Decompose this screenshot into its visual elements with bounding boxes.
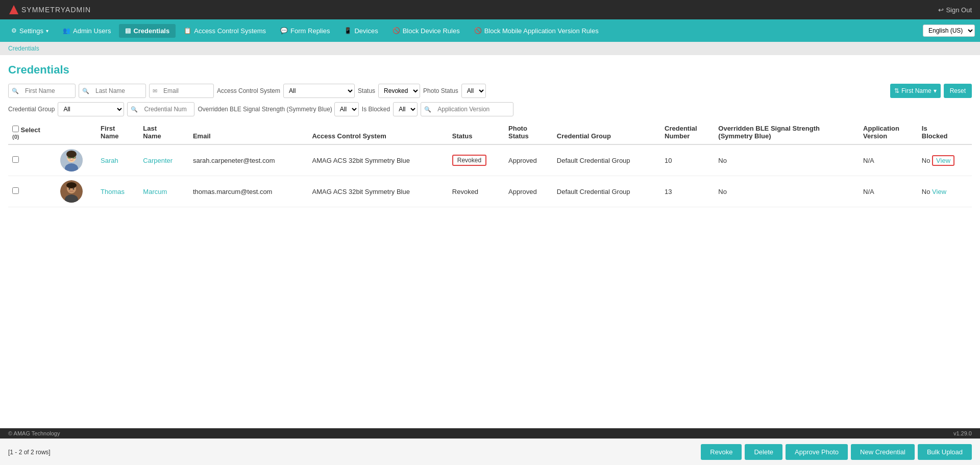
is-blocked-cell: No View [918,144,972,176]
search-icon-4: 🔍 [424,106,431,113]
email-input[interactable] [159,85,210,96]
last-name-input[interactable] [91,85,142,96]
row-checkbox-1[interactable] [12,187,19,194]
col-photo-status: PhotoStatus [504,120,553,144]
credential-number-input[interactable] [140,104,191,115]
photo-status-filter-label: Photo Status [423,87,458,94]
col-credential-group: Credential Group [553,120,660,144]
col-is-blocked: IsBlocked [918,120,972,144]
table-row: Sarah Carpenter sarah.carpeneter@test.co… [8,144,972,176]
row-checkbox-0[interactable] [12,156,19,163]
table-row: Thomas Marcum thomas.marcum@test.com AMA… [8,176,972,207]
col-credential-number: CredentialNumber [660,120,714,144]
app-version-input[interactable] [433,104,510,115]
nav-access-control[interactable]: 📋 Access Control Systems [178,24,272,38]
delete-button[interactable]: Delete [745,444,782,454]
svg-marker-0 [9,5,18,14]
ble-signal-cell: No [714,144,859,176]
nav-settings[interactable]: ⚙ Settings ▾ [5,24,55,38]
chevron-sort-icon: ▾ [934,87,937,94]
nav-block-mobile[interactable]: 🚫 Block Mobile Application Version Rules [468,24,605,38]
select-cell [8,176,56,207]
search-icon-2: 🔍 [82,88,89,94]
email-cell: thomas.marcum@test.com [189,176,308,207]
first-name-input[interactable] [21,85,72,96]
block-mobile-icon: 🚫 [474,27,482,34]
ble-signal-filter: Overridden BLE Signal Strength (Symmetry… [198,102,358,116]
last-name-cell: Carpenter [139,144,189,176]
select-cell [8,144,56,176]
filter-row-2: Credential Group All 🔍 Overridden BLE Si… [8,102,972,116]
nav-credentials[interactable]: ▤ Credentials [119,24,176,38]
nav-devices[interactable]: 📱 Devices [338,24,384,38]
app-version-filter: 🔍 [421,102,513,116]
is-blocked-select[interactable]: All [393,102,418,116]
search-icon: 🔍 [12,88,19,94]
bottom-bar: [1 - 2 of 2 rows] Revoke Delete Approve … [0,438,980,454]
ble-signal-select[interactable]: All [334,102,359,116]
credential-group-cell: Default Credential Group [553,176,660,207]
rows-info: [1 - 2 of 2 rows] [8,449,51,454]
status-badge: Revoked [452,155,486,166]
breadcrumb[interactable]: Credentials [0,42,980,55]
credential-group-select[interactable]: All [58,102,124,116]
language-select[interactable]: English (US) [923,25,975,37]
status-select[interactable]: Revoked [378,84,420,98]
bulk-upload-button[interactable]: Bulk Upload [918,444,972,454]
approve-photo-button[interactable]: Approve Photo [786,444,848,454]
view-link[interactable]: View [932,188,946,195]
sort-icon: ⇅ [894,87,899,94]
nav-admin-users[interactable]: 👥 Admin Users [57,24,117,38]
col-acs: Access Control System [308,120,448,144]
sign-out-button[interactable]: ↩ Sign Out [938,6,972,14]
reset-button[interactable]: Reset [944,84,972,98]
is-blocked-label: Is Blocked [362,106,390,113]
search-icon-3: 🔍 [131,106,138,113]
photo-status-cell: Approved [504,144,553,176]
nav-form-replies[interactable]: 💬 Form Replies [274,24,336,38]
revoke-button[interactable]: Revoke [701,444,742,454]
credential-group-label: Credential Group [8,106,55,113]
status-filter-label: Status [358,87,375,94]
status-cell: Revoked [448,176,504,207]
avatar-cell [56,144,96,176]
last-name-filter: 🔍 [79,84,146,98]
svg-point-15 [66,182,77,188]
ble-signal-label: Overridden BLE Signal Strength (Symmetry… [198,106,332,113]
credentials-icon: ▤ [125,27,131,34]
acs-select[interactable]: All [283,84,355,98]
version: v1.29.0 [953,430,972,436]
col-select: Select (0) [8,120,56,144]
devices-icon: 📱 [344,27,352,34]
last-name-cell: Marcum [139,176,189,207]
credential-number-cell: 13 [660,176,714,207]
svg-point-14 [72,188,74,190]
footer: © AMAG Technology v1.29.0 [0,428,980,438]
sort-button[interactable]: ⇅ First Name ▾ [890,84,941,98]
nav-block-device[interactable]: 🚫 Block Device Rules [386,24,466,38]
email-filter: ✉ [149,84,214,98]
app-version-cell: N/A [859,176,918,207]
svg-point-13 [68,188,70,190]
avatar-cell [56,176,96,207]
svg-point-9 [66,151,77,158]
credential-number-cell: 10 [660,144,714,176]
new-credential-button[interactable]: New Credential [851,444,915,454]
col-first-name: FirstName [96,120,139,144]
view-link[interactable]: View [932,155,954,166]
avatar [60,180,83,203]
select-all-checkbox[interactable] [12,126,19,132]
sign-out-icon: ↩ [938,6,944,14]
email-icon: ✉ [153,88,157,94]
ble-signal-cell: No [714,176,859,207]
first-name-cell: Thomas [96,176,139,207]
users-icon: 👥 [63,27,70,34]
status-text: Revoked [452,188,478,195]
photo-status-select[interactable]: All [461,84,486,98]
photo-status-cell: Approved [504,176,553,207]
col-status: Status [448,120,504,144]
page-title: Credentials [8,63,972,77]
access-control-icon: 📋 [184,27,191,34]
acs-cell: AMAG ACS 32bit Symmetry Blue [308,144,448,176]
email-cell: sarah.carpeneter@test.com [189,144,308,176]
